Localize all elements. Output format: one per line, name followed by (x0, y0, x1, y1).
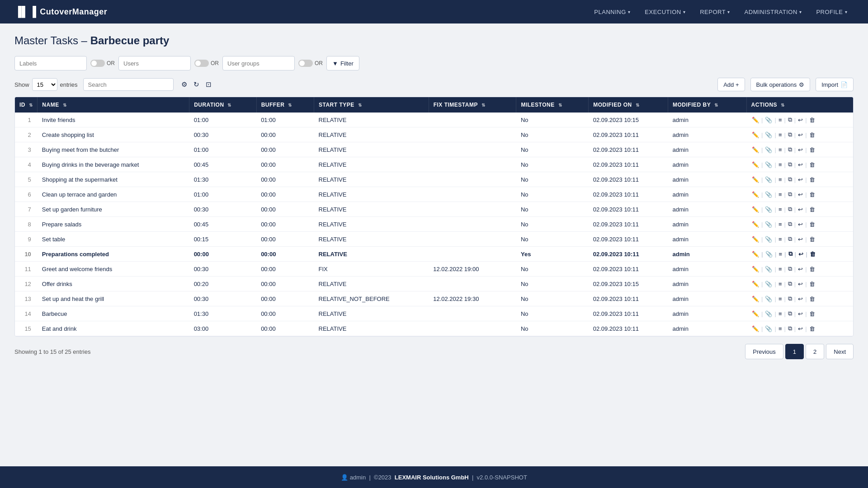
users-filter[interactable] (118, 56, 191, 70)
delete-icon[interactable]: 🗑 (808, 325, 816, 333)
delete-icon[interactable]: 🗑 (809, 250, 816, 258)
edit-icon[interactable]: ✏️ (751, 176, 760, 183)
delete-icon[interactable]: 🗑 (808, 206, 816, 213)
attach-icon[interactable]: 📎 (764, 146, 773, 154)
col-actions[interactable]: ACTIONS ⇅ (746, 97, 853, 113)
list-icon[interactable]: ≡ (778, 116, 783, 124)
nav-planning[interactable]: PLANNING ▾ (588, 5, 637, 19)
brand-link[interactable]: ▐▌▐ CutoverManager (14, 6, 588, 18)
delete-icon[interactable]: 🗑 (808, 116, 816, 124)
col-modified-on[interactable]: MODIFIED ON ⇅ (589, 97, 668, 113)
history-icon[interactable]: ↩ (797, 161, 804, 169)
refresh-icon-btn[interactable]: ↻ (191, 80, 202, 89)
list-icon[interactable]: ≡ (778, 161, 783, 169)
col-name[interactable]: NAME ⇅ (38, 97, 189, 113)
attach-icon[interactable]: 📎 (764, 131, 773, 139)
entries-select[interactable]: 15 25 50 100 (32, 78, 57, 91)
edit-icon[interactable]: ✏️ (751, 116, 760, 124)
copy-icon[interactable]: ⧉ (787, 235, 793, 243)
user-groups-filter[interactable] (222, 56, 295, 70)
delete-icon[interactable]: 🗑 (808, 265, 816, 273)
history-icon[interactable]: ↩ (797, 146, 804, 154)
history-icon[interactable]: ↩ (797, 176, 804, 183)
delete-icon[interactable]: 🗑 (808, 176, 816, 183)
edit-icon[interactable]: ✏️ (751, 235, 760, 243)
page-2-button[interactable]: 2 (806, 344, 824, 359)
col-fix-timestamp[interactable]: FIX TIMESTAMP ⇅ (429, 97, 516, 113)
delete-icon[interactable]: 🗑 (808, 146, 816, 154)
import-button[interactable]: Import 📄 (816, 78, 854, 91)
delete-icon[interactable]: 🗑 (808, 235, 816, 243)
edit-icon[interactable]: ✏️ (751, 131, 760, 139)
edit-icon[interactable]: ✏️ (751, 191, 760, 198)
col-start-type[interactable]: START TYPE ⇅ (314, 97, 429, 113)
col-buffer[interactable]: BUFFER ⇅ (256, 97, 314, 113)
attach-icon[interactable]: 📎 (764, 161, 773, 169)
attach-icon[interactable]: 📎 (764, 250, 774, 258)
search-input[interactable] (83, 78, 174, 91)
edit-icon[interactable]: ✏️ (751, 265, 760, 273)
copy-icon[interactable]: ⧉ (787, 205, 793, 213)
filter-active-icon-btn[interactable]: ⊡ (203, 80, 214, 89)
history-icon[interactable]: ↩ (797, 221, 804, 228)
history-icon[interactable]: ↩ (797, 235, 804, 243)
copy-icon[interactable]: ⧉ (787, 145, 793, 154)
history-icon[interactable]: ↩ (797, 310, 804, 318)
attach-icon[interactable]: 📎 (764, 191, 773, 198)
list-icon[interactable]: ≡ (778, 146, 783, 154)
settings-icon-btn[interactable]: ⚙ (179, 80, 189, 89)
list-icon[interactable]: ≡ (778, 131, 783, 139)
copy-icon[interactable]: ⧉ (787, 116, 793, 124)
list-icon[interactable]: ≡ (778, 191, 783, 198)
edit-icon[interactable]: ✏️ (751, 221, 760, 228)
add-button[interactable]: Add + (717, 78, 745, 91)
prev-button[interactable]: Previous (745, 344, 783, 359)
delete-icon[interactable]: 🗑 (808, 310, 816, 318)
edit-icon[interactable]: ✏️ (751, 250, 760, 258)
edit-icon[interactable]: ✏️ (751, 295, 760, 303)
edit-icon[interactable]: ✏️ (751, 325, 760, 333)
attach-icon[interactable]: 📎 (764, 310, 773, 318)
list-icon[interactable]: ≡ (778, 265, 783, 273)
copy-icon[interactable]: ⧉ (787, 265, 793, 273)
attach-icon[interactable]: 📎 (764, 265, 773, 273)
list-icon[interactable]: ≡ (778, 235, 783, 243)
labels-toggle[interactable] (90, 60, 105, 67)
nav-report[interactable]: REPORT ▾ (693, 5, 736, 19)
attach-icon[interactable]: 📎 (764, 176, 773, 183)
attach-icon[interactable]: 📎 (764, 325, 773, 333)
list-icon[interactable]: ≡ (778, 325, 783, 333)
nav-execution[interactable]: EXECUTION ▾ (638, 5, 692, 19)
attach-icon[interactable]: 📎 (764, 235, 773, 243)
attach-icon[interactable]: 📎 (764, 206, 773, 213)
copy-icon[interactable]: ⧉ (787, 220, 793, 228)
history-icon[interactable]: ↩ (797, 325, 804, 333)
copy-icon[interactable]: ⧉ (787, 324, 793, 333)
next-button[interactable]: Next (826, 344, 854, 359)
attach-icon[interactable]: 📎 (764, 280, 773, 288)
edit-icon[interactable]: ✏️ (751, 146, 760, 154)
history-icon[interactable]: ↩ (797, 295, 804, 303)
col-milestone[interactable]: MILESTONE ⇅ (516, 97, 589, 113)
col-duration[interactable]: DURATION ⇅ (189, 97, 257, 113)
list-icon[interactable]: ≡ (778, 310, 783, 318)
list-icon[interactable]: ≡ (778, 206, 783, 213)
copy-icon[interactable]: ⧉ (787, 310, 793, 318)
list-icon[interactable]: ≡ (778, 250, 783, 258)
copy-icon[interactable]: ⧉ (788, 250, 793, 258)
delete-icon[interactable]: 🗑 (808, 280, 816, 288)
history-icon[interactable]: ↩ (797, 131, 804, 139)
users-toggle[interactable] (194, 60, 209, 67)
list-icon[interactable]: ≡ (778, 295, 783, 303)
list-icon[interactable]: ≡ (778, 221, 783, 228)
labels-filter[interactable] (14, 56, 87, 70)
edit-icon[interactable]: ✏️ (751, 206, 760, 213)
attach-icon[interactable]: 📎 (764, 116, 773, 124)
edit-icon[interactable]: ✏️ (751, 310, 760, 318)
copy-icon[interactable]: ⧉ (787, 280, 793, 288)
copy-icon[interactable]: ⧉ (787, 131, 793, 139)
history-icon[interactable]: ↩ (797, 265, 804, 273)
history-icon[interactable]: ↩ (797, 116, 804, 124)
nav-administration[interactable]: ADMINISTRATION ▾ (738, 5, 808, 19)
edit-icon[interactable]: ✏️ (751, 280, 760, 288)
